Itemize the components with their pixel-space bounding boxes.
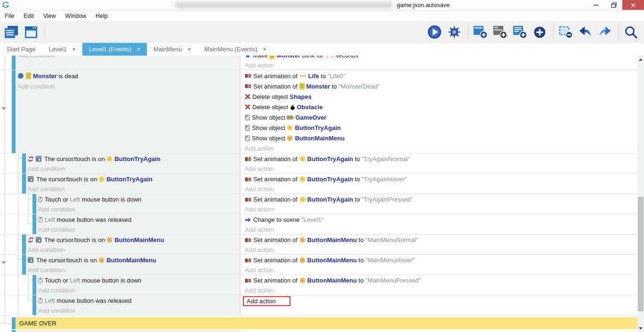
condition-line[interactable]: Left mouse button was released	[36, 215, 240, 225]
undo-icon	[578, 25, 592, 39]
condition-line[interactable]: The cursor/touch is on ButtonTryAgain	[26, 174, 240, 184]
add-event-circle-button[interactable]	[532, 24, 549, 40]
add-condition-placeholder[interactable]: Add condition	[26, 265, 240, 275]
action-line[interactable]: Set animation of Monster to "MonsterDead…	[243, 81, 637, 91]
restore-button[interactable]	[605, 0, 622, 10]
scrollbar-thumb[interactable]	[638, 197, 644, 311]
event-drag-bar[interactable]	[12, 317, 16, 329]
action-line[interactable]: Change to scene "Level1"	[243, 215, 637, 225]
menu-item-view[interactable]: View	[39, 11, 61, 21]
menu-item-help[interactable]: Help	[91, 11, 113, 21]
add-action-placeholder[interactable]: Add action	[243, 225, 637, 235]
add-condition-placeholder[interactable]: Add condition	[36, 285, 240, 295]
action-line[interactable]: Set animation of ButtonMainMenu to "Main…	[243, 275, 637, 285]
delete-selection-button[interactable]	[558, 24, 575, 40]
tab-close-icon[interactable]: ×	[137, 46, 140, 53]
tab-close-icon[interactable]: ×	[188, 46, 191, 53]
add-condition-placeholder[interactable]: Add condition	[26, 184, 240, 194]
collapse-arrow[interactable]	[1, 261, 6, 264]
tab-close-icon[interactable]: ×	[263, 46, 266, 53]
search-button[interactable]	[623, 24, 640, 40]
event-drag-bar[interactable]	[12, 70, 16, 153]
text-segment: Set animation of	[253, 277, 299, 284]
condition-line[interactable]: Left mouse button was released	[36, 296, 240, 306]
action-line[interactable]: Show object ButtonMainMenu	[243, 133, 637, 143]
add-action-placeholder[interactable]: Add action	[243, 245, 637, 255]
tab-mainmenu[interactable]: MainMenu×	[147, 43, 198, 56]
event-drag-bar[interactable]	[22, 174, 26, 194]
menu-item-file[interactable]: File	[0, 11, 19, 21]
tab-label: Level1	[48, 46, 66, 53]
undo-button[interactable]	[578, 24, 595, 40]
redo-button[interactable]	[597, 24, 614, 40]
project-manager-button[interactable]	[4, 24, 21, 40]
add-action-placeholder[interactable]: Add action	[243, 184, 637, 194]
add-condition-placeholder[interactable]: Add condition	[26, 245, 240, 255]
event-drag-bar[interactable]	[32, 214, 36, 234]
add-condition-placeholder[interactable]: Add condition	[36, 306, 240, 316]
menu-item-window[interactable]: Window	[61, 11, 91, 21]
action-line[interactable]: Delete object Shapes	[243, 91, 637, 102]
add-event-button[interactable]	[473, 24, 490, 40]
close-button[interactable]	[622, 0, 644, 10]
collapse-arrow[interactable]	[1, 107, 6, 110]
add-condition-placeholder[interactable]: Add condition	[16, 81, 240, 91]
tab-start-page[interactable]: Start Page	[0, 43, 42, 56]
action-line[interactable]: Set animation of Life to "Life0"	[243, 71, 637, 81]
action-line[interactable]: Show object GameOver	[243, 112, 637, 122]
event-drag-bar[interactable]	[32, 194, 36, 214]
event-drag-bar[interactable]	[22, 255, 26, 275]
add-action-placeholder[interactable]: Add action	[243, 265, 637, 275]
text-segment: Set animation of	[253, 83, 299, 90]
condition-line[interactable]: Touch or Left mouse button is down	[36, 275, 240, 285]
condition-line[interactable]: Monster is dead	[16, 71, 240, 81]
debug-button[interactable]	[447, 24, 464, 40]
add-condition-placeholder[interactable]: Add condition	[16, 56, 240, 60]
action-line[interactable]: Show object ButtonTryAgain	[243, 122, 637, 133]
play-icon	[427, 24, 442, 40]
scene-window-button[interactable]	[24, 24, 40, 40]
menu-item-edit[interactable]: Edit	[19, 11, 39, 21]
object-name: ButtonMainMenu	[307, 257, 357, 264]
add-condition-placeholder[interactable]: Add condition	[36, 225, 240, 235]
condition-line[interactable]: Touch or Left mouse button is down	[36, 194, 240, 204]
add-condition-placeholder[interactable]: Add condition	[26, 164, 240, 174]
tab-close-icon[interactable]: ×	[72, 46, 76, 53]
action-line[interactable]: Delete object Obstacle	[243, 102, 637, 112]
scroll-down-arrow[interactable]	[639, 327, 643, 330]
event-drag-bar[interactable]	[12, 56, 16, 70]
condition-line[interactable]: The cursor/touch is on ButtonMainMenu	[26, 235, 240, 245]
action-line[interactable]: Set animation of ButtonMainMenu to "Main…	[243, 255, 637, 265]
tab-level1[interactable]: Level1×	[42, 43, 82, 56]
tab-mainmenu-events[interactable]: MainMenu (Events)×	[198, 43, 273, 56]
event-drag-bar[interactable]	[32, 275, 36, 295]
add-action-placeholder[interactable]: Add action	[243, 204, 637, 214]
add-action-placeholder[interactable]: Add action	[243, 60, 637, 70]
add-subevent-button[interactable]	[492, 24, 509, 40]
action-line[interactable]: Make Monster blink for 1.5 seconds	[243, 56, 637, 60]
add-action-placeholder[interactable]: Add action	[243, 164, 637, 174]
add-action-placeholder[interactable]: Add action	[243, 143, 637, 154]
condition-line[interactable]: The cursor/touch is on ButtonTryAgain	[26, 154, 240, 164]
add-action-placeholder[interactable]: Add action	[243, 285, 637, 295]
event-drag-bar[interactable]	[12, 330, 16, 332]
event-drag-bar[interactable]	[22, 154, 26, 173]
subevent-guide-tick	[18, 158, 22, 159]
add-condition-placeholder[interactable]: Add condition	[36, 204, 240, 214]
action-line[interactable]: Set animation of ButtonTryAgain to "TryA…	[243, 154, 637, 164]
action-line[interactable]: Set animation of ButtonTryAgain to "TryA…	[243, 194, 637, 204]
row-indent	[0, 154, 22, 173]
condition-line[interactable]: The cursor/touch is on ButtonMainMenu	[26, 255, 240, 265]
action-line[interactable]: Set animation of ButtonTryAgain to "TryA…	[243, 174, 637, 184]
comment-row[interactable]: GAME OVER	[0, 317, 637, 329]
event-drag-bar[interactable]	[22, 235, 26, 254]
vertical-scrollbar[interactable]	[637, 56, 644, 332]
add-comment-button[interactable]	[512, 24, 529, 40]
action-line[interactable]: Set animation of ButtonMainMenu to "Main…	[243, 235, 637, 245]
event-drag-bar[interactable]	[32, 295, 36, 315]
add-action-highlighted[interactable]: Add action	[243, 296, 290, 306]
minimize-button[interactable]	[588, 0, 605, 10]
tab-level1-events[interactable]: Level1 (Events)×	[82, 43, 147, 56]
scroll-up-arrow[interactable]	[639, 58, 643, 61]
play-button[interactable]	[427, 24, 444, 40]
